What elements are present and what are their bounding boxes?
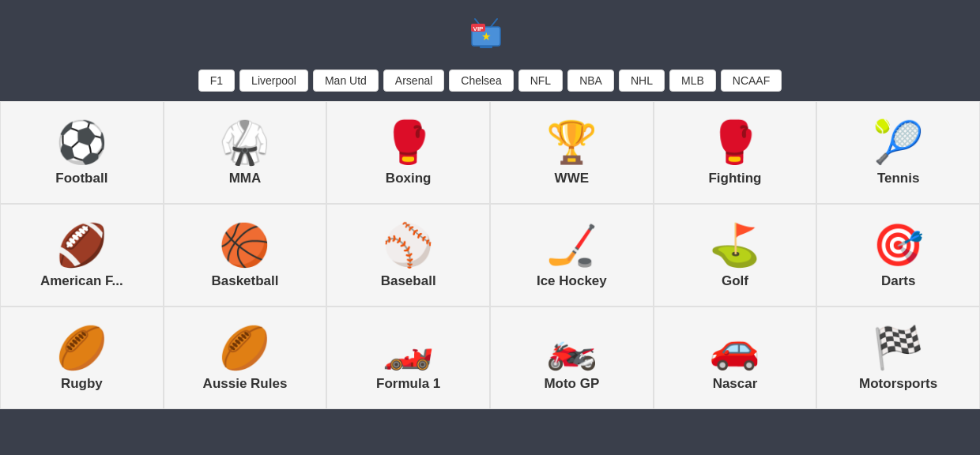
- svg-rect-1: [480, 46, 492, 48]
- sport-label: Moto GP: [544, 376, 599, 392]
- sport-card-aussie-rules[interactable]: 🏉Aussie Rules: [164, 306, 327, 409]
- sport-card-fighting[interactable]: 🥊Fighting: [654, 101, 817, 204]
- sport-label: Baseball: [381, 273, 436, 289]
- nav-tab-liverpool[interactable]: Liverpool: [239, 70, 308, 92]
- sport-card-basketball[interactable]: 🏀Basketball: [164, 204, 327, 306]
- sport-card-mma[interactable]: 🥋MMA: [164, 101, 327, 204]
- sport-label: Motorsports: [859, 376, 937, 392]
- sport-label: Rugby: [61, 376, 103, 392]
- sport-icon: 🥊: [709, 122, 760, 163]
- sport-icon: ⛳: [709, 224, 760, 265]
- sport-label: Tennis: [877, 171, 920, 186]
- sport-icon: 🎾: [873, 122, 924, 163]
- sport-label: MMA: [229, 171, 262, 186]
- sport-card-ice-hockey[interactable]: 🏒Ice Hockey: [490, 204, 654, 306]
- sport-icon: 🏍️: [546, 327, 597, 368]
- sport-icon: 🎯: [873, 224, 924, 265]
- sport-icon: ⚽: [56, 122, 107, 163]
- sport-label: Aussie Rules: [203, 376, 288, 392]
- sport-label: WWE: [555, 171, 589, 186]
- sport-label: Darts: [881, 273, 915, 289]
- sport-card-golf[interactable]: ⛳Golf: [654, 204, 817, 306]
- sport-icon: 🏉: [56, 327, 107, 368]
- sport-card-motorsports[interactable]: 🏁Motorsports: [816, 306, 980, 409]
- nav-tabs: F1LiverpoolMan UtdArsenalChelseaNFLNBANH…: [0, 70, 980, 101]
- sport-card-formula-1[interactable]: 🏎️Formula 1: [326, 306, 490, 409]
- sport-label: Football: [55, 171, 107, 186]
- sport-label: Fighting: [708, 171, 761, 186]
- svg-text:VIP: VIP: [473, 25, 484, 32]
- sport-label: Boxing: [386, 171, 432, 186]
- sport-icon: 🏁: [873, 327, 924, 368]
- site-title-row: ★ VIP: [0, 14, 980, 52]
- nav-tab-arsenal[interactable]: Arsenal: [383, 70, 444, 92]
- sport-label: Basketball: [211, 273, 278, 289]
- sport-icon: 🥊: [383, 122, 434, 163]
- nav-tab-ncaaf[interactable]: NCAAF: [721, 70, 782, 92]
- sport-card-baseball[interactable]: ⚾Baseball: [326, 204, 490, 306]
- sport-card-wwe[interactable]: 🏆WWE: [490, 101, 654, 204]
- sport-icon: 🥋: [219, 122, 270, 163]
- sport-icon: 🏀: [219, 224, 270, 265]
- nav-tab-f1[interactable]: F1: [198, 70, 235, 92]
- sport-card-boxing[interactable]: 🥊Boxing: [326, 101, 490, 204]
- sport-icon: 🚗: [709, 327, 760, 368]
- sport-label: Ice Hockey: [537, 273, 607, 289]
- sport-icon: 🏆: [546, 122, 597, 163]
- sport-icon: 🏈: [56, 224, 107, 265]
- logo-icon: ★ VIP: [467, 14, 505, 52]
- sport-card-tennis[interactable]: 🎾Tennis: [816, 101, 980, 204]
- page-header: ★ VIP: [0, 0, 980, 70]
- sport-label: Nascar: [713, 376, 758, 392]
- nav-tab-nhl[interactable]: NHL: [619, 70, 665, 92]
- sport-card-moto-gp[interactable]: 🏍️Moto GP: [490, 306, 654, 409]
- sport-icon: 🏒: [546, 224, 597, 265]
- nav-tab-mlb[interactable]: MLB: [669, 70, 716, 92]
- nav-tab-nfl[interactable]: NFL: [518, 70, 563, 92]
- sport-icon: 🏉: [219, 327, 270, 368]
- sport-card-american-f---[interactable]: 🏈American F...: [0, 204, 164, 306]
- svg-line-3: [491, 19, 497, 27]
- nav-tab-nba[interactable]: NBA: [567, 70, 614, 92]
- sport-label: American F...: [40, 273, 123, 289]
- sport-card-rugby[interactable]: 🏉Rugby: [0, 306, 164, 409]
- sport-icon: 🏎️: [383, 327, 434, 368]
- sport-icon: ⚾: [383, 224, 434, 265]
- sport-card-nascar[interactable]: 🚗Nascar: [654, 306, 817, 409]
- nav-tab-man-utd[interactable]: Man Utd: [313, 70, 379, 92]
- sport-label: Formula 1: [376, 376, 440, 392]
- sport-label: Golf: [722, 273, 748, 289]
- sport-card-darts[interactable]: 🎯Darts: [816, 204, 980, 306]
- sports-grid: ⚽Football🥋MMA🥊Boxing🏆WWE🥊Fighting🎾Tennis…: [0, 101, 980, 409]
- sport-card-football[interactable]: ⚽Football: [0, 101, 164, 204]
- nav-tab-chelsea[interactable]: Chelsea: [449, 70, 513, 92]
